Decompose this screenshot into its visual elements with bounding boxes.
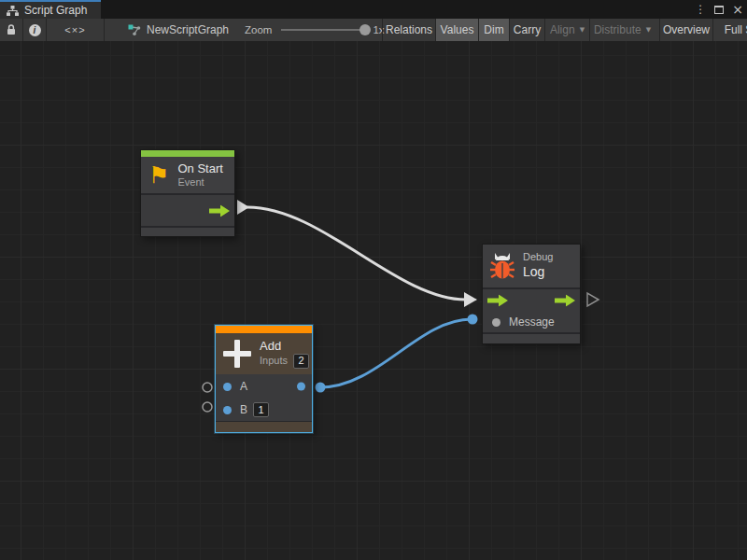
- debug-message-connector[interactable]: [468, 315, 478, 325]
- input-port-a[interactable]: [223, 383, 232, 391]
- window-controls: ⋮ ×: [695, 0, 743, 19]
- node-footer: [141, 228, 234, 236]
- node-add[interactable]: Add Inputs 2 A B 1: [215, 325, 313, 433]
- node-title: On Start: [177, 161, 222, 176]
- node-header: Add Inputs 2: [216, 333, 312, 374]
- flow-wire[interactable]: [247, 207, 466, 300]
- node-footer: [216, 421, 312, 432]
- align-dropdown[interactable]: Align ▼: [544, 19, 589, 41]
- inputs-count-field[interactable]: 2: [293, 354, 309, 369]
- node-port-row: [141, 195, 234, 226]
- math-accent-strip: [216, 326, 312, 333]
- fullscreen-button[interactable]: Full Screen: [712, 19, 747, 41]
- node-subtitle: Inputs: [260, 355, 288, 368]
- tab-bar: Script Graph ⋮ ×: [0, 0, 747, 19]
- code-preview-button[interactable]: <×>: [47, 19, 105, 41]
- wire-layer: [0, 41, 747, 560]
- message-input-port[interactable]: [492, 318, 500, 327]
- input-port-b[interactable]: [223, 406, 232, 414]
- sum-output-port[interactable]: [297, 383, 305, 391]
- node-debug-log[interactable]: Debug Log Message: [482, 244, 581, 344]
- port-row-b: B 1: [216, 399, 312, 421]
- window-menu-icon[interactable]: ⋮: [695, 4, 706, 15]
- plus-icon: [223, 340, 251, 368]
- lock-icon: [6, 23, 17, 36]
- node-category: Debug: [523, 251, 553, 264]
- node-subtitle: Event: [177, 176, 222, 189]
- debug-exit-unconnected-triangle[interactable]: [587, 293, 599, 306]
- graph-name: NewScriptGraph: [147, 23, 229, 36]
- zoom-slider[interactable]: [281, 29, 365, 31]
- info-button[interactable]: i: [23, 19, 47, 41]
- node-header: ⚑ On Start Event: [141, 157, 234, 193]
- carry-toggle[interactable]: Carry: [509, 19, 544, 41]
- dim-toggle[interactable]: Dim: [478, 19, 509, 41]
- close-icon[interactable]: ×: [732, 3, 743, 16]
- port-label: B: [240, 403, 247, 416]
- graph-canvas[interactable]: ⚑ On Start Event: [0, 41, 747, 560]
- code-preview-icon: <×>: [64, 24, 85, 35]
- graph-reference[interactable]: NewScriptGraph: [128, 19, 229, 41]
- relations-toggle[interactable]: Relations: [382, 19, 435, 41]
- graph-tree-icon: [7, 6, 19, 16]
- event-accent-strip: [141, 150, 234, 157]
- chevron-down-icon: ▼: [580, 26, 585, 34]
- distribute-dropdown[interactable]: Distribute ▼: [589, 19, 655, 41]
- add-a-unconnected-circle[interactable]: [203, 383, 212, 392]
- node-on-start[interactable]: ⚑ On Start Event: [140, 149, 235, 237]
- flow-input-port-icon[interactable]: [487, 295, 508, 307]
- lock-button[interactable]: [0, 19, 23, 41]
- maximize-icon[interactable]: [714, 6, 724, 14]
- graph-toolbar: i <×> NewScriptGraph Zoom 1x Relations: [0, 19, 747, 41]
- add-sum-connector[interactable]: [316, 383, 326, 393]
- message-port-row: Message: [483, 312, 580, 332]
- script-graph-window: Script Graph ⋮ × i <×>: [0, 0, 747, 560]
- flag-icon: ⚑: [148, 163, 169, 187]
- add-b-unconnected-circle[interactable]: [203, 402, 212, 412]
- tab-title: Script Graph: [24, 4, 87, 17]
- value-wire[interactable]: [320, 319, 472, 387]
- debug-enter-connector[interactable]: [464, 292, 477, 307]
- port-label: Message: [509, 315, 555, 329]
- chevron-down-icon: ▼: [646, 26, 651, 34]
- zoom-label: Zoom: [245, 24, 272, 35]
- script-graph-asset-icon: [128, 24, 141, 35]
- port-b-value-field[interactable]: 1: [253, 402, 269, 417]
- port-row-a: A: [216, 374, 312, 399]
- toolbar-toggles: Relations Values Dim Carry Align ▼ Distr…: [382, 19, 747, 41]
- flow-port-row: [483, 289, 580, 312]
- node-header: Debug Log: [483, 245, 580, 287]
- node-footer: [483, 334, 580, 343]
- zoom-slider-handle[interactable]: [359, 24, 371, 35]
- flow-output-port-icon[interactable]: [555, 295, 575, 307]
- overview-button[interactable]: Overview: [659, 19, 712, 41]
- node-title: Add: [260, 339, 309, 354]
- tab-script-graph[interactable]: Script Graph: [0, 0, 101, 19]
- values-toggle[interactable]: Values: [435, 19, 478, 41]
- port-label: A: [240, 380, 247, 393]
- bug-icon: [490, 252, 514, 280]
- info-icon: i: [29, 24, 41, 36]
- zoom-control: Zoom 1x: [245, 19, 385, 41]
- flow-output-port-icon[interactable]: [209, 204, 230, 217]
- node-title: Log: [523, 264, 553, 281]
